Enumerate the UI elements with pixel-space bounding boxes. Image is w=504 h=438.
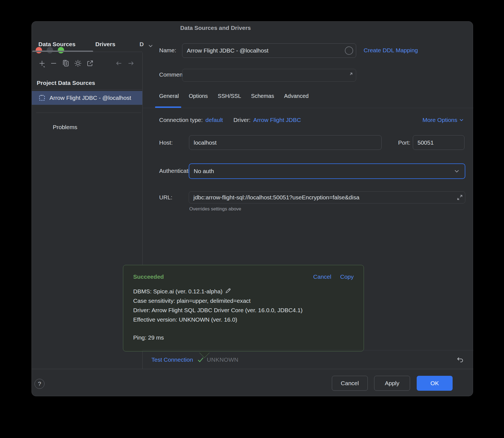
refresh-ring-icon bbox=[345, 46, 353, 55]
tab-drivers[interactable]: Drivers bbox=[95, 41, 115, 48]
list-item-arrow-flight-jdbc[interactable]: Arrow Flight JDBC - @localhost bbox=[32, 91, 142, 105]
url-label: URL: bbox=[159, 194, 172, 201]
more-options-label: More Options bbox=[422, 117, 457, 123]
tab-ddl-truncated[interactable]: D bbox=[140, 41, 144, 48]
tab-data-sources[interactable]: Data Sources bbox=[38, 41, 75, 48]
ok-button[interactable]: OK bbox=[417, 376, 453, 391]
close-window-button[interactable] bbox=[36, 47, 42, 53]
test-connection-link[interactable]: Test Connection bbox=[151, 356, 193, 363]
driver-label: Driver: bbox=[233, 117, 251, 123]
tree-section-divider bbox=[36, 113, 141, 113]
name-input[interactable]: Arrow Flight JDBC - @localhost bbox=[182, 43, 356, 58]
tree-divider bbox=[32, 89, 142, 90]
create-ddl-mapping-link[interactable]: Create DDL Mapping bbox=[364, 47, 418, 54]
chevron-down-icon bbox=[453, 168, 460, 175]
tab-ssh-ssl[interactable]: SSH/SSL bbox=[218, 93, 241, 101]
duplicate-icon[interactable] bbox=[62, 59, 70, 67]
chevron-down-icon[interactable] bbox=[147, 43, 154, 49]
help-button[interactable]: ? bbox=[35, 379, 44, 389]
chevron-down-icon bbox=[458, 117, 464, 123]
form-tabbar: General Options SSH/SSL Schemas Advanced bbox=[159, 93, 309, 101]
remove-icon[interactable] bbox=[49, 59, 58, 67]
port-label: Port: bbox=[391, 139, 410, 146]
tab-options[interactable]: Options bbox=[189, 93, 208, 101]
window-title: Data Sources and Drivers bbox=[142, 25, 289, 31]
data-source-icon bbox=[39, 95, 45, 101]
data-source-label: Arrow Flight JDBC - @localhost bbox=[49, 95, 131, 101]
zoom-window-button[interactable] bbox=[58, 47, 64, 53]
popup-cancel-link[interactable]: Cancel bbox=[313, 273, 331, 280]
effective-version-line: Effective version: UNKNOWN (ver. 16.0) bbox=[133, 315, 303, 324]
gear-icon[interactable] bbox=[74, 59, 82, 67]
name-value: Arrow Flight JDBC - @localhost bbox=[187, 47, 269, 54]
popup-details: DBMS: Spice.ai (ver. 0.12.1-alpha) Case … bbox=[133, 287, 303, 324]
url-input[interactable]: jdbc:arrow-flight-sql://localhost:50051?… bbox=[189, 191, 465, 204]
project-data-sources-header: Project Data Sources bbox=[37, 80, 95, 86]
authentication-value: No auth bbox=[194, 168, 214, 174]
export-icon[interactable] bbox=[86, 59, 94, 67]
name-label: Name: bbox=[159, 47, 176, 54]
dbms-line: DBMS: Spice.ai (ver. 0.12.1-alpha) bbox=[133, 288, 222, 294]
ping-line: Ping: 29 ms bbox=[133, 334, 164, 341]
tab-advanced[interactable]: Advanced bbox=[284, 93, 309, 101]
expand-icon[interactable] bbox=[347, 72, 353, 79]
tab-schemas[interactable]: Schemas bbox=[251, 93, 274, 101]
host-value: localhost bbox=[194, 139, 217, 146]
driver-value-link[interactable]: Arrow Flight JDBC bbox=[253, 117, 301, 123]
forward-icon[interactable] bbox=[127, 59, 135, 67]
tab-general[interactable]: General bbox=[159, 93, 179, 101]
form-tab-divider bbox=[142, 108, 473, 108]
case-sensitivity-line: Case sensitivity: plain=upper, delimited… bbox=[133, 296, 303, 306]
host-label: Host: bbox=[159, 139, 173, 146]
pencil-icon[interactable] bbox=[225, 288, 231, 294]
popup-copy-link[interactable]: Copy bbox=[340, 273, 354, 280]
test-connection-result-popup: Succeeded Cancel Copy DBMS: Spice.ai (ve… bbox=[123, 265, 364, 351]
authentication-select[interactable]: No auth bbox=[189, 163, 465, 179]
back-icon[interactable] bbox=[115, 59, 123, 67]
bottombar-divider bbox=[32, 369, 473, 369]
status-badge: Succeeded bbox=[133, 273, 305, 280]
add-icon[interactable] bbox=[38, 59, 46, 67]
check-icon bbox=[197, 356, 204, 363]
connection-type-label: Connection type: bbox=[159, 117, 203, 123]
url-value: jdbc:arrow-flight-sql://localhost:50051?… bbox=[193, 194, 359, 201]
form-footer-divider bbox=[142, 350, 473, 350]
driver-line: Driver: Arrow Flight SQL JDBC Driver Cor… bbox=[133, 306, 303, 315]
connection-type-row: Connection type: default Driver: Arrow F… bbox=[159, 117, 301, 123]
port-value: 50051 bbox=[418, 139, 434, 146]
undo-icon[interactable] bbox=[455, 355, 465, 365]
apply-button[interactable]: Apply bbox=[374, 376, 410, 391]
tabbar-divider bbox=[32, 52, 142, 52]
host-input[interactable]: localhost bbox=[189, 135, 382, 150]
cancel-button[interactable]: Cancel bbox=[332, 376, 368, 391]
list-item-problems[interactable]: Problems bbox=[53, 124, 77, 131]
connection-type-value[interactable]: default bbox=[206, 117, 223, 123]
minimize-window-button[interactable] bbox=[47, 47, 53, 53]
data-sources-dialog: Data Sources and Drivers Data Sources Dr… bbox=[32, 21, 473, 396]
more-options-link[interactable]: More Options bbox=[416, 117, 464, 123]
screen-background: Data Sources and Drivers Data Sources Dr… bbox=[0, 0, 504, 438]
connection-status: UNKNOWN bbox=[207, 356, 238, 363]
expand-icon[interactable] bbox=[456, 194, 463, 201]
port-input[interactable]: 50051 bbox=[413, 135, 464, 150]
url-hint: Overrides settings above bbox=[189, 206, 241, 212]
comment-input[interactable] bbox=[182, 69, 356, 82]
